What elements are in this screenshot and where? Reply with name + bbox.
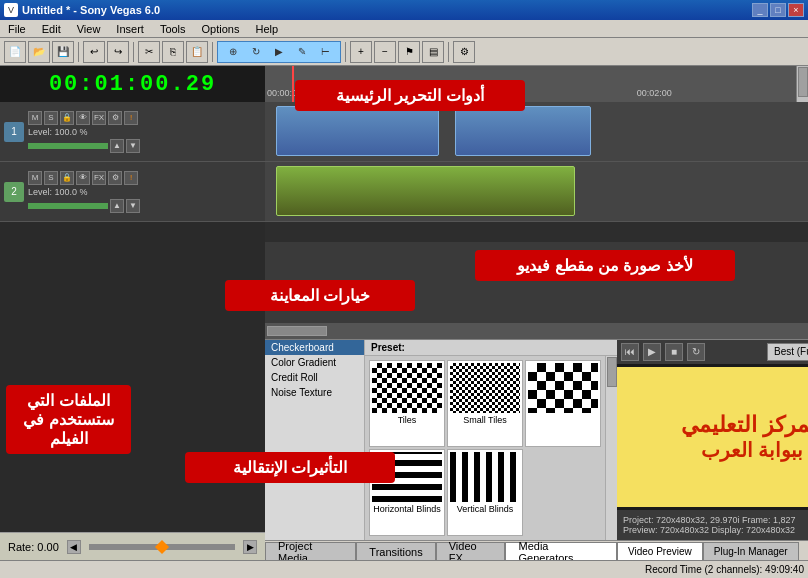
clip-1-2[interactable] bbox=[455, 106, 591, 156]
track-number-1: 1 bbox=[4, 122, 24, 142]
menu-tools[interactable]: Tools bbox=[156, 22, 190, 36]
clip-1-1[interactable] bbox=[276, 106, 439, 156]
tab-media-generators[interactable]: Media Generators bbox=[505, 542, 617, 560]
preview-loop[interactable]: ↻ bbox=[687, 343, 705, 361]
track-1-vol-up[interactable]: ▲ bbox=[110, 139, 124, 153]
track-2-vol-dn[interactable]: ▼ bbox=[126, 199, 140, 213]
vscroll-thumb[interactable] bbox=[798, 67, 808, 97]
preview-rewind[interactable]: ⏮ bbox=[621, 343, 639, 361]
tab-project-media[interactable]: Project Media bbox=[265, 542, 356, 560]
undo-button[interactable]: ↩ bbox=[83, 41, 105, 63]
track-2-controls: M S 🔒 👁 FX ⚙ ! Level: 100.0 % bbox=[28, 171, 261, 213]
quality-select[interactable]: Best (Full) bbox=[767, 343, 808, 361]
new-button[interactable]: 📄 bbox=[4, 41, 26, 63]
preset-vscroll-thumb[interactable] bbox=[607, 357, 617, 387]
timeline-tracks bbox=[265, 102, 808, 323]
minimize-button[interactable]: _ bbox=[752, 3, 768, 17]
effect-color-gradient[interactable]: Color Gradient bbox=[265, 355, 364, 370]
toolbar-sep-1 bbox=[78, 42, 79, 62]
edit-tools-group: ⊕ ↻ ▶ ✎ ⊢ bbox=[217, 41, 341, 63]
snap-button[interactable]: ⊕ bbox=[222, 41, 244, 63]
preset-tiles[interactable]: Tiles bbox=[369, 360, 445, 447]
preset-large-tiles-thumb bbox=[528, 363, 598, 413]
tab-video-preview[interactable]: Video Preview bbox=[617, 542, 703, 560]
open-button[interactable]: 📂 bbox=[28, 41, 50, 63]
timeline-vscroll[interactable] bbox=[796, 66, 808, 102]
preset-hblinds-name: Horizontal Blinds bbox=[373, 504, 441, 514]
track-2-level-slider[interactable] bbox=[28, 203, 108, 209]
track-2-vis[interactable]: 👁 bbox=[76, 171, 90, 185]
cut-button[interactable]: ✂ bbox=[138, 41, 160, 63]
track-2-warn: ! bbox=[124, 171, 138, 185]
track-1-level-row: Level: 100.0 % bbox=[28, 127, 261, 137]
copy-button[interactable]: ⎘ bbox=[162, 41, 184, 63]
save-button[interactable]: 💾 bbox=[52, 41, 74, 63]
track-1-mute[interactable]: M bbox=[28, 111, 42, 125]
track-2-settings[interactable]: ⚙ bbox=[108, 171, 122, 185]
preset-hblinds-thumb bbox=[372, 452, 442, 502]
zoom-out-button[interactable]: − bbox=[374, 41, 396, 63]
track-1-vis[interactable]: 👁 bbox=[76, 111, 90, 125]
menu-insert[interactable]: Insert bbox=[112, 22, 148, 36]
preview-stop[interactable]: ■ bbox=[665, 343, 683, 361]
edit-button[interactable]: ✎ bbox=[291, 41, 313, 63]
redo-button[interactable]: ↪ bbox=[107, 41, 129, 63]
close-button[interactable]: × bbox=[788, 3, 804, 17]
rate-next[interactable]: ▶ bbox=[243, 540, 257, 554]
track-1-fx[interactable]: FX bbox=[92, 111, 106, 125]
track-2-lock[interactable]: 🔒 bbox=[60, 171, 74, 185]
effect-credit-roll[interactable]: Credit Roll bbox=[265, 370, 364, 385]
region-button[interactable]: ▤ bbox=[422, 41, 444, 63]
rate-prev[interactable]: ◀ bbox=[67, 540, 81, 554]
track-2-solo[interactable]: S bbox=[44, 171, 58, 185]
app-icon: V bbox=[4, 3, 18, 17]
track-1-settings[interactable]: ⚙ bbox=[108, 111, 122, 125]
tab-plugin-manager[interactable]: Plug-In Manager bbox=[703, 542, 799, 560]
track-1-level-slider[interactable] bbox=[28, 143, 108, 149]
menu-view[interactable]: View bbox=[73, 22, 105, 36]
menu-edit[interactable]: Edit bbox=[38, 22, 65, 36]
hscroll-thumb[interactable] bbox=[267, 326, 327, 336]
menu-options[interactable]: Options bbox=[198, 22, 244, 36]
timeline-hscroll[interactable] bbox=[265, 323, 808, 339]
properties-button[interactable]: ⚙ bbox=[453, 41, 475, 63]
track-1-solo[interactable]: S bbox=[44, 111, 58, 125]
tab-transitions[interactable]: Transitions bbox=[356, 542, 435, 560]
clip-2-1[interactable] bbox=[276, 166, 575, 216]
loop-button[interactable]: ↻ bbox=[245, 41, 267, 63]
timeline-track-2 bbox=[265, 162, 808, 222]
preview-play[interactable]: ▶ bbox=[643, 343, 661, 361]
track-2-vol-up[interactable]: ▲ bbox=[110, 199, 124, 213]
select-button[interactable]: ▶ bbox=[268, 41, 290, 63]
menu-file[interactable]: File bbox=[4, 22, 30, 36]
main-toolbar: 📄 📂 💾 ↩ ↪ ✂ ⎘ 📋 ⊕ ↻ ▶ ✎ ⊢ + − ⚑ ▤ ⚙ bbox=[0, 38, 808, 66]
rate-slider[interactable] bbox=[89, 544, 235, 550]
timeline-top: 00:00:00;00 00:01:30 00:02:00 bbox=[265, 66, 808, 102]
preset-horizontal-blinds[interactable]: Horizontal Blinds bbox=[369, 449, 445, 536]
tab-video-fx[interactable]: Video FX bbox=[436, 542, 506, 560]
track-2-mute[interactable]: M bbox=[28, 171, 42, 185]
track-1-vol-dn[interactable]: ▼ bbox=[126, 139, 140, 153]
titlebar-left: V Untitled * - Sony Vegas 6.0 bbox=[4, 3, 160, 17]
playhead[interactable] bbox=[292, 66, 294, 102]
menu-help[interactable]: Help bbox=[251, 22, 282, 36]
effect-checkerboard[interactable]: Checkerboard bbox=[265, 340, 364, 355]
track-2-fx[interactable]: FX bbox=[92, 171, 106, 185]
track-1-slider-row: ▲ ▼ bbox=[28, 139, 261, 153]
marker-button[interactable]: ⚑ bbox=[398, 41, 420, 63]
preset-vertical-blinds[interactable]: Vertical Blinds bbox=[447, 449, 523, 536]
effect-noise-texture[interactable]: Noise Texture bbox=[265, 385, 364, 400]
preset-scroll-area: Tiles Small Tiles bbox=[365, 356, 617, 541]
split-button[interactable]: ⊢ bbox=[314, 41, 336, 63]
preset-vscroll[interactable] bbox=[605, 356, 617, 541]
ruler-marks: 00:00:00;00 00:01:30 00:02:00 bbox=[265, 66, 796, 100]
preset-small-tiles[interactable]: Small Tiles bbox=[447, 360, 523, 447]
paste-button[interactable]: 📋 bbox=[186, 41, 208, 63]
preset-large-tiles[interactable] bbox=[525, 360, 601, 447]
track-1-warn: ! bbox=[124, 111, 138, 125]
maximize-button[interactable]: □ bbox=[770, 3, 786, 17]
empty-track-area bbox=[0, 222, 265, 532]
zoom-in-button[interactable]: + bbox=[350, 41, 372, 63]
track-1-lock[interactable]: 🔒 bbox=[60, 111, 74, 125]
statusbar-right: Record Time (2 channels): 49:09:40 bbox=[645, 564, 804, 575]
